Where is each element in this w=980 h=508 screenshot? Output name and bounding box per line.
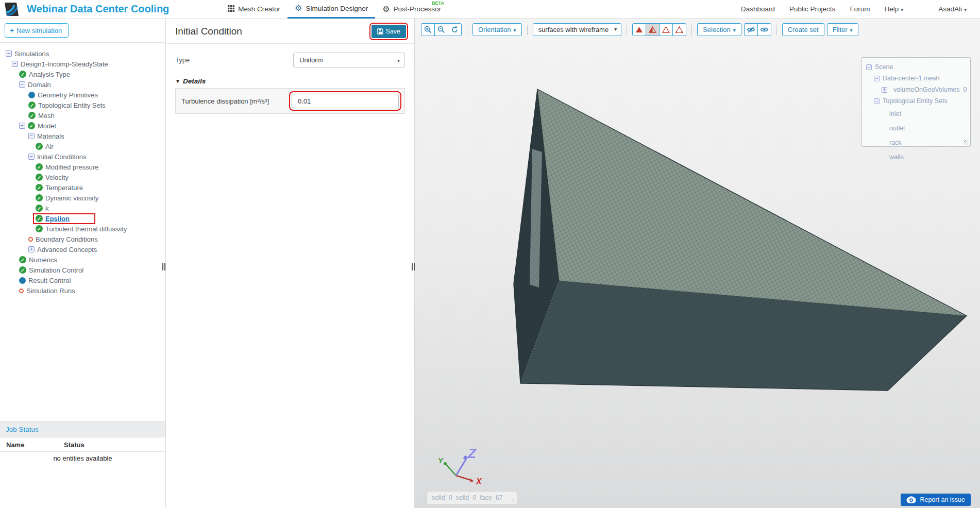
tree-item-modified-pressure[interactable]: Modified pressure [0, 162, 165, 172]
collapse-icon[interactable]: − [19, 81, 25, 88]
report-issue-button[interactable]: Report an issue [901, 494, 971, 506]
render-points-button[interactable] [672, 23, 686, 36]
turbulence-dissipation-label: Turbulence dissipation [m²/s³] [181, 97, 269, 105]
tree-item-simulation-runs[interactable]: Simulation Runs [0, 285, 165, 296]
3d-viewport[interactable]: Orientation surfaces with wireframe [415, 19, 980, 508]
tree-item-simulation-control[interactable]: Simulation Control [0, 265, 165, 275]
tab-label: Simulation Designer [306, 5, 368, 12]
scene-tree-item-outlet[interactable]: outlet [866, 122, 966, 134]
show-selection-button[interactable] [757, 23, 771, 36]
collapse-icon[interactable]: − [874, 76, 880, 81]
tree-item-result-control[interactable]: Result Control [0, 275, 165, 285]
create-set-button[interactable]: Create set [782, 23, 824, 36]
tab-simulation-designer[interactable]: ⚙ Simulation Designer [288, 0, 375, 19]
tab-mesh-creator[interactable]: Mesh Creator [221, 0, 288, 19]
nav-dashboard[interactable]: Dashboard [741, 5, 775, 13]
scene-tree-item-topological-sets[interactable]: − Topological Entity Sets [866, 96, 966, 106]
triangle-outline-icon [662, 26, 670, 33]
tree-item-epsilon[interactable]: Epsilon [0, 213, 165, 224]
resize-handle-icon[interactable] [964, 140, 969, 145]
turbulence-dissipation-input[interactable] [292, 94, 399, 108]
scene-tree-item-volume[interactable]: + volumeOnGeoVolumes_0 [866, 85, 966, 94]
collapse-icon[interactable]: − [19, 123, 25, 129]
render-mode-select[interactable]: surfaces with wireframe [533, 23, 622, 36]
tree-item-label: Velocity [45, 174, 69, 181]
tab-post-processor[interactable]: BETA ⚙ Post-Processor [375, 0, 448, 19]
tree-item-materials[interactable]: −Materials [0, 131, 165, 141]
zoom-in-button[interactable] [421, 23, 435, 36]
resize-handle-icon[interactable] [512, 499, 516, 503]
render-solid-wireframe-button[interactable] [646, 23, 660, 36]
tree-item-turbulent-thermal-diffusivity[interactable]: Turbulent thermal diffusivity [0, 224, 165, 234]
column-status: Status [64, 441, 159, 449]
user-menu[interactable]: AsadAli [938, 5, 967, 13]
tree-item-initial-conditions[interactable]: −Initial Conditions [0, 151, 165, 162]
tree-item-advanced-concepts[interactable]: +Advanced Concepts [0, 244, 165, 255]
simscale-logo-icon[interactable] [0, 0, 22, 19]
panel-resize-handle[interactable] [161, 260, 166, 274]
tree-item-label: k [45, 205, 49, 212]
tree-item-label: Mesh [38, 112, 55, 120]
tree-item-analysis-type[interactable]: Analysis Type [0, 69, 165, 79]
refresh-view-button[interactable] [448, 23, 462, 36]
tree-item-label: Numerics [29, 256, 57, 264]
hide-selection-button[interactable] [744, 23, 758, 36]
tree-item-velocity[interactable]: Velocity [0, 172, 165, 182]
caret-down-icon [733, 26, 736, 33]
tree-item-mesh[interactable]: Mesh [0, 110, 165, 121]
expand-icon[interactable]: + [882, 87, 887, 93]
tree-item-model[interactable]: −Model [0, 121, 165, 131]
tree-item-geometry-primitives[interactable]: Geometry Primitives [0, 90, 165, 100]
zoom-out-button[interactable] [434, 23, 448, 36]
collapse-icon[interactable]: − [12, 61, 18, 67]
divider [0, 42, 165, 43]
scene-tree-item-rack[interactable]: rack [866, 137, 966, 149]
triangle-corners-icon [675, 26, 683, 33]
hovered-face-readout: solid_0_solid_0_face_67 [427, 491, 517, 504]
scene-tree-item-inlet[interactable]: inlet [866, 108, 966, 120]
check-icon [28, 112, 36, 119]
tree-item-k[interactable]: k [0, 203, 165, 213]
nav-help-menu[interactable]: Help [884, 5, 903, 13]
tree-item-label: Initial Conditions [37, 153, 86, 161]
tree-item-boundary-conditions[interactable]: Boundary Conditions [0, 234, 165, 244]
tree-item-air[interactable]: Air [0, 141, 165, 151]
tree-item-design1-incomp-steadystate[interactable]: −Design1-Incomp-SteadyState [0, 59, 165, 69]
caret-down-icon [850, 26, 853, 33]
tree-item-temperature[interactable]: Temperature [0, 182, 165, 193]
scene-tree-item-mesh[interactable]: − Data-center-1 mesh [866, 74, 966, 83]
collapse-icon[interactable]: − [28, 154, 35, 160]
expand-icon[interactable]: + [28, 246, 35, 252]
save-button[interactable]: Save [371, 25, 407, 38]
tree-item-dynamic-viscosity[interactable]: Dynamic viscosity [0, 193, 165, 203]
nav-public-projects[interactable]: Public Projects [789, 5, 835, 13]
tab-label: Mesh Creator [238, 5, 280, 13]
type-select[interactable]: Uniform [293, 53, 405, 67]
tree-item-simulations[interactable]: −Simulations [0, 48, 165, 59]
filter-button[interactable]: Filter [827, 23, 858, 36]
tree-item-domain[interactable]: −Domain [0, 79, 165, 90]
tree-item-label: Simulation Control [29, 266, 83, 274]
check-icon [36, 225, 43, 232]
scene-tree-panel: − Scene − Data-center-1 mesh + volumeOnG… [861, 57, 971, 147]
nav-forum[interactable]: Forum [850, 5, 870, 13]
details-section-toggle[interactable]: ▼ Details [175, 77, 405, 85]
orientation-button[interactable]: Orientation [472, 23, 522, 36]
selection-button[interactable]: Selection [697, 23, 741, 36]
viewport-toolbar: Orientation surfaces with wireframe [421, 23, 858, 36]
collapse-icon[interactable]: − [6, 50, 12, 57]
render-solid-button[interactable] [632, 23, 646, 36]
tree-item-label: Advanced Concepts [37, 246, 97, 253]
check-icon [36, 205, 43, 212]
new-simulation-button[interactable]: + New simulation [5, 23, 69, 38]
triangle-solid-icon [635, 26, 643, 33]
collapse-icon[interactable]: − [866, 64, 872, 70]
scene-tree-item-walls[interactable]: walls [866, 151, 966, 163]
scene-tree-item-scene[interactable]: − Scene [866, 62, 966, 72]
collapse-icon[interactable]: − [28, 133, 35, 139]
collapse-icon[interactable]: − [874, 98, 880, 104]
tree-item-topological-entity-sets[interactable]: Topological Entity Sets [0, 100, 165, 110]
render-wireframe-button[interactable] [659, 23, 673, 36]
panel-resize-handle[interactable] [411, 260, 415, 274]
tree-item-numerics[interactable]: Numerics [0, 255, 165, 265]
